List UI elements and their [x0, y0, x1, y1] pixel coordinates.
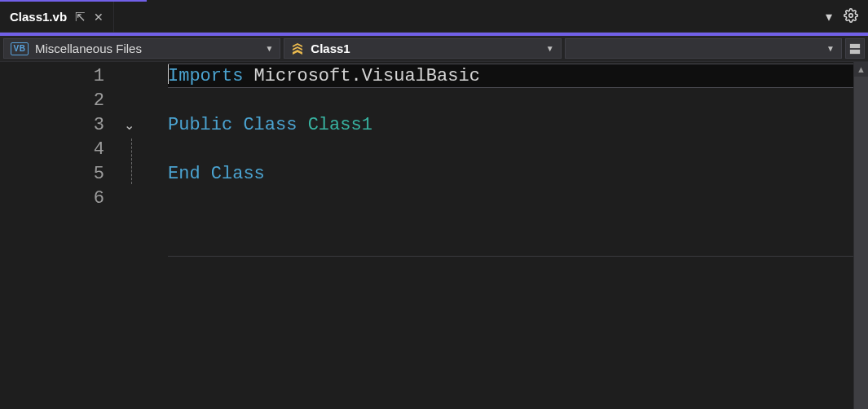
gear-icon[interactable]	[844, 8, 858, 26]
scope-label: Miscellaneous Files	[35, 42, 142, 55]
fold-cell	[119, 161, 168, 186]
code-line[interactable]	[168, 137, 853, 161]
tab-title: Class1.vb	[10, 10, 67, 24]
fold-cell[interactable]: ⌄	[119, 112, 168, 137]
split-editor-icon[interactable]	[845, 38, 865, 59]
dropdown-files-icon[interactable]: ▾	[826, 9, 832, 24]
code-content[interactable]: Imports Microsoft.VisualBasicPublic Clas…	[168, 62, 853, 409]
tab-class1[interactable]: Class1.vb ⇱ ✕	[0, 2, 114, 32]
tabstrip-right: ▾	[816, 2, 868, 32]
code-line[interactable]	[168, 186, 853, 210]
close-icon[interactable]: ✕	[94, 11, 104, 24]
fold-guide-line	[131, 139, 132, 184]
line-number-gutter: 123456	[0, 62, 119, 409]
chevron-down-icon: ▼	[546, 44, 554, 53]
code-line[interactable]	[168, 88, 853, 112]
line-number: 1	[0, 64, 119, 88]
code-separator-line	[168, 256, 853, 257]
fold-cell	[119, 137, 168, 161]
tab-icon-group: ⇱ ✕	[75, 10, 104, 24]
fold-chevron-down-icon[interactable]: ⌄	[119, 117, 134, 133]
fold-cell	[119, 88, 168, 112]
class-dropdown[interactable]: Class1 ▼	[284, 38, 561, 59]
line-number: 5	[0, 161, 119, 186]
svg-rect-2	[850, 49, 860, 53]
vb-badge-icon: VB	[11, 42, 29, 55]
scroll-up-arrow-icon[interactable]: ▲	[854, 62, 868, 77]
navigation-bar: VB Miscellaneous Files ▼ Class1 ▼ ▼	[0, 36, 868, 62]
line-number: 2	[0, 88, 119, 112]
svg-point-0	[849, 13, 853, 17]
svg-rect-1	[850, 43, 860, 47]
class-label: Class1	[311, 42, 350, 55]
line-number: 3	[0, 112, 119, 137]
scope-dropdown[interactable]: VB Miscellaneous Files ▼	[3, 38, 280, 59]
pin-icon[interactable]: ⇱	[75, 10, 86, 24]
chevron-down-icon: ▼	[265, 44, 273, 53]
chevron-down-icon: ▼	[826, 44, 835, 53]
fold-column: ⌄	[119, 62, 168, 409]
vertical-scrollbar[interactable]: ▲	[853, 62, 868, 409]
member-dropdown[interactable]: ▼	[565, 38, 842, 59]
tab-strip: Class1.vb ⇱ ✕ ▾	[0, 2, 868, 33]
code-line[interactable]: Imports Microsoft.VisualBasic	[168, 64, 853, 88]
line-number: 4	[0, 137, 119, 161]
line-number: 6	[0, 186, 119, 210]
class-icon	[291, 42, 304, 55]
text-caret	[168, 64, 169, 84]
code-line[interactable]: End Class	[168, 161, 853, 186]
editor-area: 123456 ⌄ Imports Microsoft.VisualBasicPu…	[0, 62, 868, 409]
fold-cell	[119, 186, 168, 210]
fold-cell	[119, 64, 168, 88]
code-line[interactable]: Public Class Class1	[168, 112, 853, 137]
